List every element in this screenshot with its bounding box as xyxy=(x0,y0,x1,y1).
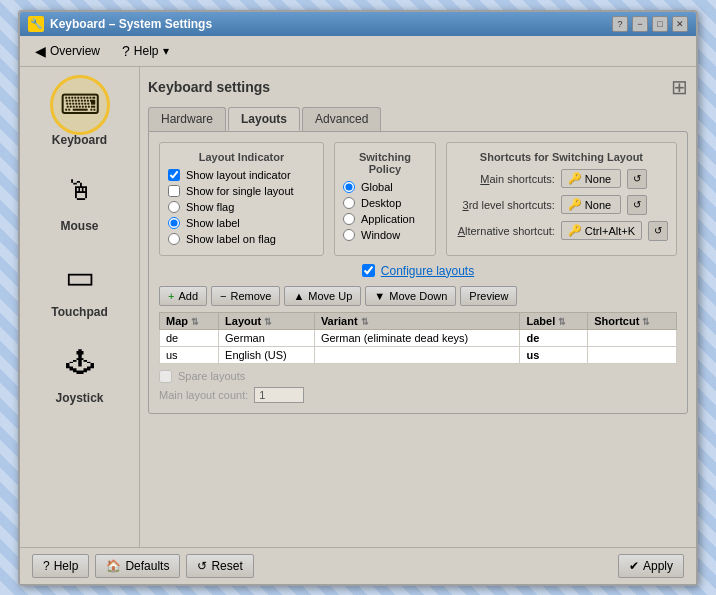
preview-label: Preview xyxy=(469,290,508,302)
col-variant: Variant ⇅ xyxy=(314,312,520,329)
show-indicator-checkbox[interactable] xyxy=(168,169,180,181)
application-option[interactable]: Application xyxy=(343,213,427,225)
apply-icon: ✔ xyxy=(629,559,639,573)
sidebar-item-touchpad[interactable]: ▭ Touchpad xyxy=(30,247,130,325)
show-flag-radio[interactable] xyxy=(168,201,180,213)
sidebar-mouse-label: Mouse xyxy=(60,219,98,233)
help-footer-button[interactable]: ? Help xyxy=(32,554,89,578)
col-layout: Layout ⇅ xyxy=(219,312,315,329)
alt-shortcut-label: Alternative shortcut: xyxy=(455,225,555,237)
main-shortcut-label: Main shortcuts: xyxy=(455,173,555,185)
main-layout-count-row: Main layout count: xyxy=(159,387,677,403)
global-option[interactable]: Global xyxy=(343,181,427,193)
main-layout-count-label: Main layout count: xyxy=(159,389,248,401)
tab-content: Layout Indicator Show layout indicator S… xyxy=(148,131,688,414)
window-title: Keyboard – System Settings xyxy=(50,17,212,31)
add-button[interactable]: + Add xyxy=(159,286,207,306)
main-shortcut-row: Main shortcuts: 🔑 None ↺ xyxy=(455,169,668,189)
key-icon-main: 🔑 xyxy=(568,172,582,185)
configure-link[interactable]: Configure layouts xyxy=(381,264,474,278)
minimize-btn[interactable]: − xyxy=(632,16,648,32)
page-title: Keyboard settings xyxy=(148,79,270,95)
switching-policy-options: Global Desktop Application xyxy=(343,181,427,241)
help-label: Help xyxy=(134,44,159,58)
maximize-btn[interactable]: □ xyxy=(652,16,668,32)
apply-button[interactable]: ✔ Apply xyxy=(618,554,684,578)
window-radio[interactable] xyxy=(343,229,355,241)
defaults-button[interactable]: 🏠 Defaults xyxy=(95,554,180,578)
sidebar-item-joystick[interactable]: 🕹 Joystick xyxy=(30,333,130,411)
move-up-label: Move Up xyxy=(308,290,352,302)
sidebar-joystick-label: Joystick xyxy=(55,391,103,405)
alt-shortcut-clear[interactable]: ↺ xyxy=(648,221,668,241)
configure-checkbox[interactable] xyxy=(362,264,375,277)
tab-layouts[interactable]: Layouts xyxy=(228,107,300,131)
shortcuts-section: Shortcuts for Switching Layout Main shor… xyxy=(446,142,677,256)
add-label: Add xyxy=(178,290,198,302)
third-level-clear[interactable]: ↺ xyxy=(627,195,647,215)
show-label-radio[interactable] xyxy=(168,217,180,229)
help-title-btn[interactable]: ? xyxy=(612,16,628,32)
table-row[interactable]: de German German (eliminate dead keys) d… xyxy=(160,329,677,346)
row2-shortcut xyxy=(588,346,677,363)
joystick-icon-wrapper: 🕹 xyxy=(56,339,104,387)
switching-policy-section: Switching Policy Global Desktop xyxy=(334,142,436,256)
table-row[interactable]: us English (US) us xyxy=(160,346,677,363)
help-footer-icon: ? xyxy=(43,559,50,573)
desktop-radio[interactable] xyxy=(343,197,355,209)
row2-label: us xyxy=(520,346,588,363)
reset-button[interactable]: ↺ Reset xyxy=(186,554,253,578)
spare-layouts-checkbox[interactable] xyxy=(159,370,172,383)
col-shortcut: Shortcut ⇅ xyxy=(588,312,677,329)
add-icon: + xyxy=(168,290,174,302)
shortcuts-title: Shortcuts for Switching Layout xyxy=(455,151,668,163)
sidebar-item-mouse[interactable]: 🖱 Mouse xyxy=(30,161,130,239)
show-single-option[interactable]: Show for single layout xyxy=(168,185,315,197)
row2-layout: English (US) xyxy=(219,346,315,363)
third-level-shortcut-btn[interactable]: 🔑 None xyxy=(561,195,621,214)
show-flag-option[interactable]: Show flag xyxy=(168,201,315,213)
main-layout-count-input[interactable] xyxy=(254,387,304,403)
row2-map: us xyxy=(160,346,219,363)
close-btn[interactable]: ✕ xyxy=(672,16,688,32)
window-option[interactable]: Window xyxy=(343,229,427,241)
move-down-button[interactable]: ▼ Move Down xyxy=(365,286,456,306)
overview-button[interactable]: ◀ Overview xyxy=(28,40,107,62)
help-button[interactable]: ? Help ▾ xyxy=(115,40,175,62)
remove-button[interactable]: − Remove xyxy=(211,286,280,306)
main-shortcut-clear[interactable]: ↺ xyxy=(627,169,647,189)
show-indicator-option[interactable]: Show layout indicator xyxy=(168,169,315,181)
show-label-on-flag-label: Show label on flag xyxy=(186,233,276,245)
show-single-checkbox[interactable] xyxy=(168,185,180,197)
sidebar-item-keyboard[interactable]: ⌨ Keyboard xyxy=(30,75,130,153)
third-level-shortcut-row: 3rd level shortcuts: 🔑 None ↺ xyxy=(455,195,668,215)
global-radio[interactable] xyxy=(343,181,355,193)
show-label-option[interactable]: Show label xyxy=(168,217,315,229)
move-up-button[interactable]: ▲ Move Up xyxy=(284,286,361,306)
desktop-label: Desktop xyxy=(361,197,401,209)
main-shortcut-btn[interactable]: 🔑 None xyxy=(561,169,621,188)
bottom-section: Spare layouts Main layout count: xyxy=(159,370,677,403)
show-label-on-flag-radio[interactable] xyxy=(168,233,180,245)
apply-label: Apply xyxy=(643,559,673,573)
toolbar: ◀ Overview ? Help ▾ xyxy=(20,36,696,67)
preview-button[interactable]: Preview xyxy=(460,286,517,306)
desktop-option[interactable]: Desktop xyxy=(343,197,427,209)
action-buttons: + Add − Remove ▲ Move Up ▼ Move Down xyxy=(159,286,677,306)
key-icon-3rd: 🔑 xyxy=(568,198,582,211)
keyboard-grid-icon: ⊞ xyxy=(671,75,688,99)
tab-advanced[interactable]: Advanced xyxy=(302,107,381,131)
layout-indicator-options: Show layout indicator Show for single la… xyxy=(168,169,315,245)
alt-shortcut-btn[interactable]: 🔑 Ctrl+Alt+K xyxy=(561,221,642,240)
title-controls: ? − □ ✕ xyxy=(612,16,688,32)
row1-label: de xyxy=(520,329,588,346)
show-label-on-flag-option[interactable]: Show label on flag xyxy=(168,233,315,245)
overview-label: Overview xyxy=(50,44,100,58)
application-radio[interactable] xyxy=(343,213,355,225)
content-area: Keyboard settings ⊞ Hardware Layouts Adv… xyxy=(140,67,696,547)
title-bar: 🔧 Keyboard – System Settings ? − □ ✕ xyxy=(20,12,696,36)
show-label-label: Show label xyxy=(186,217,240,229)
joystick-icon: 🕹 xyxy=(56,339,104,387)
tab-hardware[interactable]: Hardware xyxy=(148,107,226,131)
alt-shortcut-value: Ctrl+Alt+K xyxy=(585,225,635,237)
